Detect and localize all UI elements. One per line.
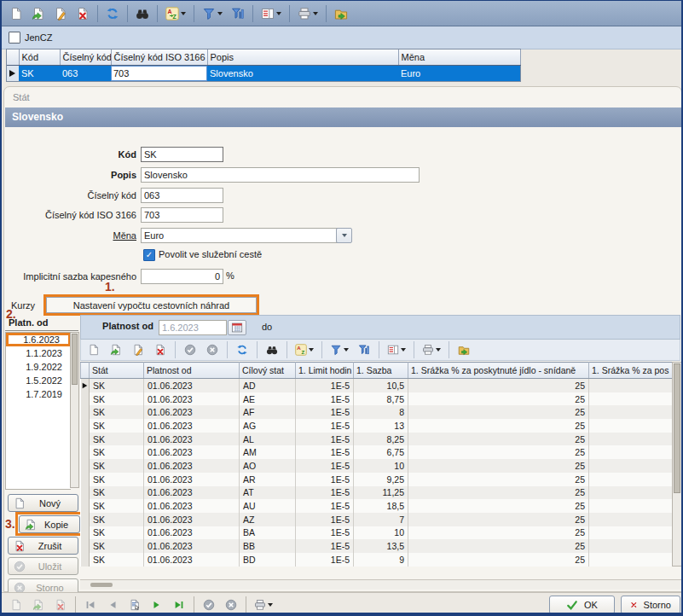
rates-cell[interactable]: 25 <box>408 553 589 567</box>
popis-field[interactable]: Slovensko <box>141 167 420 183</box>
print-icon[interactable] <box>293 3 322 24</box>
rates-cell[interactable]: 01.06.2023 <box>144 539 240 553</box>
delete-icon[interactable] <box>149 340 171 360</box>
first-record-icon[interactable] <box>79 595 101 615</box>
rates-row[interactable]: SK01.06.2023AD1E-510,525 <box>81 379 673 392</box>
rates-cell[interactable]: SK <box>90 473 144 486</box>
platnost-date-item[interactable]: 1.1.2023 <box>6 346 71 360</box>
rates-cell[interactable]: SK <box>90 405 144 419</box>
rates-cell[interactable]: SK <box>90 445 144 459</box>
rates-row[interactable]: SK01.06.2023AG1E-51325 <box>81 419 673 433</box>
print-icon[interactable] <box>250 595 277 615</box>
rates-cell[interactable]: 01.06.2023 <box>144 433 240 446</box>
rates-cell[interactable]: 01.06.2023 <box>144 405 240 419</box>
rates-row[interactable]: SK01.06.2023AE1E-58,7525 <box>81 392 673 406</box>
rates-cell[interactable]: SK <box>90 526 144 540</box>
rates-cell[interactable]: SK <box>90 459 144 473</box>
columns-icon[interactable] <box>257 3 286 24</box>
jencz-checkbox[interactable] <box>9 32 20 44</box>
delete-icon[interactable] <box>49 595 72 615</box>
rates-cell[interactable]: 25 <box>408 433 589 446</box>
rates-cell[interactable]: 1E-5 <box>296 459 354 473</box>
rates-cell[interactable]: 01.06.2023 <box>144 419 240 433</box>
rates-cell[interactable]: SK <box>90 513 144 526</box>
new-icon[interactable] <box>5 3 27 24</box>
rates-cell[interactable]: AR <box>240 473 296 486</box>
mena-label[interactable]: Měna <box>13 228 136 243</box>
col-kod[interactable]: Kód <box>19 49 60 66</box>
col-limit-hodin[interactable]: 1. Limit hodin <box>296 363 354 379</box>
rates-cell[interactable]: 25 <box>408 499 589 513</box>
rates-cell[interactable]: 1E-5 <box>296 433 354 446</box>
rates-cell[interactable]: 9 <box>354 553 408 567</box>
print-icon[interactable] <box>418 340 445 360</box>
filter-grid-icon[interactable] <box>353 340 375 360</box>
col-popis[interactable]: Popis <box>207 49 398 66</box>
rates-cell[interactable]: SK <box>90 433 144 446</box>
rates-vscrollbar[interactable] <box>672 362 682 567</box>
rates-cell[interactable]: 10 <box>354 459 408 473</box>
next-record-icon[interactable] <box>146 595 168 615</box>
rates-cell[interactable]: 1E-5 <box>296 405 354 419</box>
rates-cell[interactable]: 01.06.2023 <box>144 526 240 540</box>
edit-icon[interactable] <box>127 340 149 360</box>
copy-icon[interactable] <box>105 340 127 360</box>
rates-cell[interactable]: 8 <box>354 405 408 419</box>
cancel-icon[interactable] <box>201 340 223 360</box>
cell-popis[interactable]: Slovensko <box>207 66 398 82</box>
col-srazka-next[interactable]: 1. Srážka % za pos <box>589 363 673 379</box>
rates-row[interactable]: SK01.06.2023AF1E-5825 <box>81 405 673 419</box>
rates-cell[interactable]: 1E-5 <box>296 473 354 486</box>
rates-cell-empty[interactable] <box>589 473 673 486</box>
platnost-date-item[interactable]: 1.9.2022 <box>6 360 71 374</box>
rates-cell[interactable]: 01.06.2023 <box>144 473 240 486</box>
rates-cell[interactable]: 1E-5 <box>296 379 354 392</box>
cancel-icon[interactable] <box>220 595 242 615</box>
export-icon[interactable] <box>330 3 352 24</box>
columns-icon[interactable] <box>383 340 410 360</box>
rates-cell[interactable]: 1E-5 <box>296 539 354 553</box>
kopie-button[interactable]: Kopie <box>19 515 80 533</box>
edit-icon[interactable] <box>49 3 72 24</box>
rates-cell[interactable]: 1E-5 <box>296 445 354 459</box>
filter-grid-icon[interactable] <box>227 3 249 24</box>
copy-icon[interactable] <box>27 595 49 615</box>
rates-cell[interactable]: 1E-5 <box>296 513 354 526</box>
rates-cell[interactable]: 25 <box>408 486 589 500</box>
rates-cell[interactable]: 25 <box>408 405 589 419</box>
mena-dropdown-button[interactable] <box>336 228 352 243</box>
rates-hscrollbar[interactable] <box>80 579 682 590</box>
rates-cell[interactable]: SK <box>90 419 144 433</box>
col-sazba[interactable]: 1. Sazba <box>354 363 408 379</box>
rates-cell[interactable]: 1E-5 <box>296 419 354 433</box>
rates-cell[interactable]: 25 <box>408 526 589 540</box>
rates-cell[interactable]: SK <box>90 499 144 513</box>
new-icon[interactable] <box>83 340 105 360</box>
novy-button[interactable]: Nový <box>8 494 78 512</box>
rates-cell[interactable]: 18,5 <box>354 499 408 513</box>
confirm-icon[interactable] <box>198 595 220 615</box>
col-platnost-od[interactable]: Platnost od <box>144 363 240 379</box>
rates-cell[interactable]: AU <box>240 499 296 513</box>
rates-cell-empty[interactable] <box>589 499 673 513</box>
rates-cell[interactable]: BB <box>240 539 296 553</box>
cell-kod[interactable]: SK <box>19 66 60 82</box>
rates-cell[interactable]: 8,75 <box>354 392 408 406</box>
rates-cell-empty[interactable] <box>589 513 673 526</box>
export-icon[interactable] <box>453 340 475 360</box>
delete-icon[interactable] <box>72 3 94 24</box>
refresh-icon[interactable] <box>231 340 253 360</box>
rates-cell[interactable]: 01.06.2023 <box>144 459 240 473</box>
rates-cell-empty[interactable] <box>589 433 673 446</box>
rates-cell-empty[interactable] <box>589 553 673 567</box>
rates-cell[interactable]: AT <box>240 486 296 500</box>
col-srazka-snidane[interactable]: 1. Srážka % za poskytnuté jídlo - snídan… <box>408 363 589 379</box>
kod-field[interactable]: SK <box>141 147 223 162</box>
rates-cell[interactable]: 01.06.2023 <box>144 513 240 526</box>
rates-row[interactable]: SK01.06.2023AO1E-51025 <box>81 459 673 473</box>
rates-cell[interactable]: AL <box>240 433 296 446</box>
rates-cell[interactable]: 01.06.2023 <box>144 392 240 406</box>
rates-cell[interactable]: 8,25 <box>354 433 408 446</box>
previous-record-icon[interactable] <box>101 595 124 615</box>
rates-row[interactable]: SK01.06.2023BD1E-5925 <box>81 553 673 567</box>
